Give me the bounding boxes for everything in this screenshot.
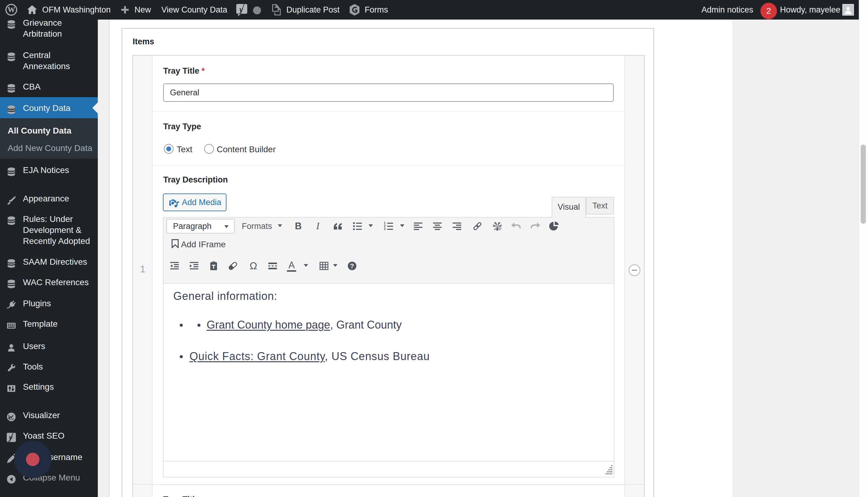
svg-text:y: y xyxy=(8,433,13,442)
svg-text:?: ? xyxy=(350,262,354,270)
svg-text:W: W xyxy=(8,5,15,14)
svg-text:3: 3 xyxy=(384,227,386,231)
